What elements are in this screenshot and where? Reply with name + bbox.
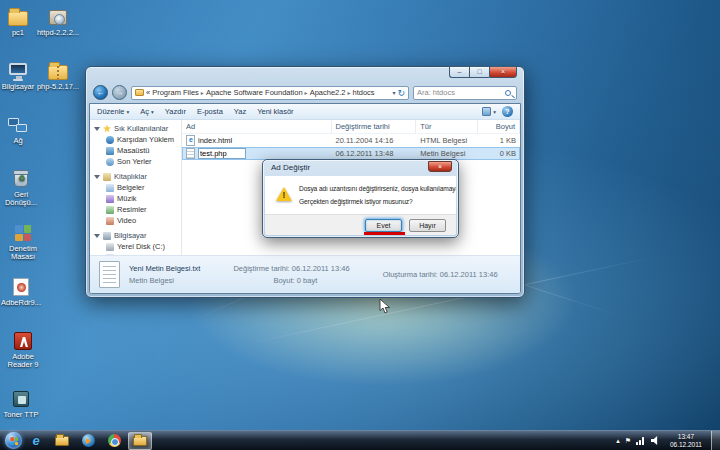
email-button[interactable]: E-posta bbox=[197, 107, 223, 116]
file-row-index-html[interactable]: index.html 20.11.2004 14:16 HTML Belgesi… bbox=[182, 134, 520, 147]
sidebar-item-local-disk-c[interactable]: Yerel Disk (C:) bbox=[94, 241, 181, 252]
favorites-group: Sık Kullanılanlar Karşıdan Yüklem Masaüs… bbox=[94, 123, 181, 167]
action-center-icon[interactable]: ⚑ bbox=[625, 437, 631, 445]
desktop-icon-computer[interactable]: Bilgisayar bbox=[0, 60, 36, 91]
help-button[interactable]: ? bbox=[502, 106, 513, 117]
minimize-icon: – bbox=[458, 68, 462, 75]
taskbar-clock[interactable]: 13:47 06.12.2011 bbox=[666, 433, 706, 449]
rename-input[interactable] bbox=[198, 148, 246, 159]
dialog-close-button[interactable]: × bbox=[428, 161, 452, 172]
folder-icon bbox=[7, 6, 29, 28]
search-box[interactable]: Ara: htdocs bbox=[413, 86, 517, 100]
dialog-footer: Evet Hayır bbox=[265, 214, 456, 235]
breadcrumb-overflow[interactable]: « bbox=[146, 88, 150, 97]
column-header-size[interactable]: Boyut bbox=[478, 120, 520, 133]
sidebar-item-videos[interactable]: Video bbox=[94, 215, 181, 226]
back-button[interactable]: ← bbox=[93, 85, 108, 100]
search-input[interactable]: Ara: htdocs bbox=[417, 88, 505, 97]
address-dropdown-icon[interactable]: ▾ bbox=[392, 89, 395, 96]
details-modified: Değiştirme tarihi: 06.12.2011 13:46 bbox=[233, 264, 349, 273]
desktop-icon-network[interactable]: Ağ bbox=[2, 114, 34, 145]
internet-explorer-icon: e bbox=[32, 434, 39, 447]
file-date: 06.12.2011 13:48 bbox=[332, 149, 417, 158]
show-desktop-button[interactable] bbox=[711, 431, 720, 450]
desktop-icon-toner[interactable]: Toner TTP bbox=[0, 388, 42, 419]
desktop-icon-pc1[interactable]: pc1 bbox=[2, 6, 34, 37]
search-icon bbox=[505, 90, 511, 96]
desktop-icon-php-archive[interactable]: php-5.2.17... bbox=[33, 60, 83, 91]
close-button[interactable]: × bbox=[489, 66, 517, 78]
chevron-right-icon: ▸ bbox=[348, 89, 351, 96]
organize-button[interactable]: Düzenle▾ bbox=[97, 107, 129, 116]
sidebar-item-music[interactable]: Müzik bbox=[94, 193, 181, 204]
annotation-red-underline bbox=[364, 232, 405, 235]
desktop-icon-httpd-installer[interactable]: httpd-2.2.2... bbox=[33, 6, 83, 37]
sidebar-item-label: Yerel Disk (C:) bbox=[117, 242, 165, 251]
column-header-type[interactable]: Tür bbox=[416, 120, 478, 133]
desktop-icon-control-panel[interactable]: Denetim Masası bbox=[0, 222, 46, 261]
sidebar-item-downloads[interactable]: Karşıdan Yüklem bbox=[94, 134, 181, 145]
taskbar-item-media-player[interactable] bbox=[76, 432, 100, 450]
network-icon[interactable] bbox=[636, 437, 646, 445]
close-icon: × bbox=[438, 163, 442, 170]
column-headers: Ad Değiştirme tarihi Tür Boyut bbox=[182, 120, 520, 134]
taskbar-item-internet-explorer[interactable]: e bbox=[24, 432, 48, 450]
details-created: Oluşturma tarihi: 06.12.2011 13:46 bbox=[383, 270, 498, 279]
no-button[interactable]: Hayır bbox=[409, 219, 446, 232]
open-button[interactable]: Aç▾ bbox=[140, 107, 154, 116]
computer-group-header[interactable]: Bilgisayar bbox=[94, 230, 181, 241]
computer-label: Bilgisayar bbox=[114, 231, 147, 240]
show-hidden-icons-button[interactable]: ▴ bbox=[616, 437, 620, 445]
views-icon bbox=[482, 107, 491, 116]
videos-icon bbox=[106, 217, 114, 225]
taskbar-item-explorer[interactable] bbox=[50, 432, 74, 450]
breadcrumb-item-program-files[interactable]: Program Files bbox=[152, 88, 199, 97]
print-button[interactable]: Yazdır bbox=[165, 107, 186, 116]
expander-icon[interactable] bbox=[94, 175, 100, 179]
desktop-icon-adobe-reader[interactable]: Adobe Reader 9 bbox=[0, 330, 46, 369]
desktop-icon-adobe-installer[interactable]: AdbeRdr9... bbox=[0, 276, 42, 307]
start-button[interactable] bbox=[5, 432, 22, 449]
desktop-icon-label: Adobe Reader 9 bbox=[0, 353, 46, 369]
pictures-icon bbox=[106, 206, 114, 214]
sidebar-item-documents[interactable]: Belgeler bbox=[94, 182, 181, 193]
new-folder-button[interactable]: Yeni klasör bbox=[257, 107, 293, 116]
sidebar-item-desktop[interactable]: Masaüstü bbox=[94, 145, 181, 156]
column-header-name[interactable]: Ad bbox=[182, 120, 332, 133]
breadcrumb-item-apache22[interactable]: Apache2.2 bbox=[310, 88, 346, 97]
sidebar-item-label: Masaüstü bbox=[117, 146, 150, 155]
dialog-message-line2: Gerçekten değiştirmek istiyor musunuz? bbox=[299, 197, 454, 206]
volume-icon[interactable] bbox=[651, 436, 661, 445]
command-toolbar: Düzenle▾ Aç▾ Yazdır E-posta Yaz Yeni kla… bbox=[90, 104, 520, 120]
address-bar[interactable]: « Program Files ▸ Apache Software Founda… bbox=[131, 86, 409, 100]
yes-button[interactable]: Evet bbox=[365, 219, 402, 232]
desktop-icon-label: httpd-2.2.2... bbox=[37, 29, 79, 37]
expander-icon[interactable] bbox=[94, 127, 100, 131]
favorites-group-header[interactable]: Sık Kullanılanlar bbox=[94, 123, 181, 134]
details-name-block: Yeni Metin Belgesi.txt Metin Belgesi bbox=[129, 264, 200, 285]
desktop-icon-label: pc1 bbox=[12, 29, 24, 37]
sidebar-item-pictures[interactable]: Resimler bbox=[94, 204, 181, 215]
taskbar: e ▴ ⚑ 13:47 06.12.2011 bbox=[0, 430, 720, 450]
minimize-button[interactable]: – bbox=[449, 66, 469, 78]
taskbar-item-explorer-active[interactable] bbox=[128, 432, 152, 450]
sidebar-item-recent-places[interactable]: Son Yerler bbox=[94, 156, 181, 167]
desktop-icon-label: Ağ bbox=[13, 137, 22, 145]
organize-label: Düzenle bbox=[97, 107, 125, 116]
burn-button[interactable]: Yaz bbox=[234, 107, 246, 116]
maximize-button[interactable]: □ bbox=[469, 66, 489, 78]
libraries-group-header[interactable]: Kitaplıklar bbox=[94, 171, 181, 182]
refresh-icon[interactable]: ↻ bbox=[397, 88, 405, 98]
burn-label: Yaz bbox=[234, 107, 246, 116]
breadcrumb-item-htdocs[interactable]: htdocs bbox=[353, 88, 375, 97]
expander-icon[interactable] bbox=[94, 234, 100, 238]
forward-button[interactable]: → bbox=[112, 85, 127, 100]
taskbar-item-browser[interactable] bbox=[102, 432, 126, 450]
file-type: HTML Belgesi bbox=[416, 136, 478, 145]
change-view-button[interactable]: ▾ bbox=[482, 107, 496, 116]
desktop-icon-recycle-bin[interactable]: Geri Dönüşü... bbox=[0, 168, 42, 207]
title-bar[interactable]: – □ × bbox=[86, 67, 524, 83]
file-size: 0 KB bbox=[478, 149, 520, 158]
breadcrumb-item-apache-software-foundation[interactable]: Apache Software Foundation bbox=[206, 88, 303, 97]
column-header-date[interactable]: Değiştirme tarihi bbox=[332, 120, 417, 133]
